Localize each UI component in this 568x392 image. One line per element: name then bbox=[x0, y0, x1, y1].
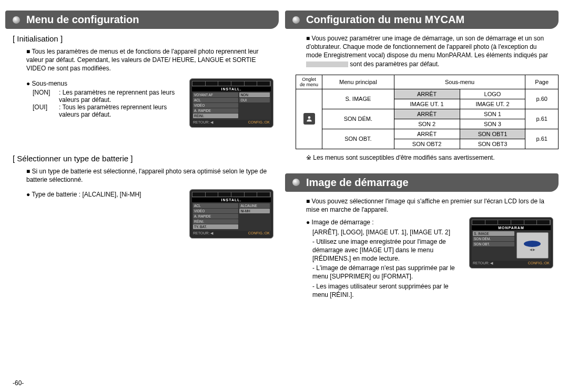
ribbon-config-menu: Menu de configuration bbox=[5, 11, 279, 29]
cam-item: ACL bbox=[193, 98, 238, 102]
td: IMAGE UT. 2 bbox=[460, 99, 525, 109]
camera-tab-icons bbox=[192, 81, 271, 86]
cam-title: INSTALL. bbox=[192, 198, 271, 202]
startimg-desc: Vous pouvez sélectionner l'image qui s'a… bbox=[306, 197, 553, 214]
td: SON 1 bbox=[460, 109, 525, 119]
mycam-menu-table: Onglet de menu Menu principal Sous-menu … bbox=[296, 75, 559, 149]
camera-tab-icons bbox=[192, 192, 271, 197]
cam-item: ACL bbox=[193, 203, 238, 208]
camera-screen-monparam: MONPARAM S. IMAGE SON DÉM. SON OBT. ◀ ▶ … bbox=[469, 217, 553, 269]
td: SON 2 bbox=[394, 119, 460, 129]
td-sonobt: SON OBT. bbox=[322, 129, 394, 149]
td: SON 3 bbox=[460, 119, 525, 129]
startimg-note3: - Les images utilisateur seront supprimé… bbox=[306, 282, 465, 299]
cam-item: A. RAPIDE bbox=[193, 108, 238, 113]
td: IMAGE UT. 1 bbox=[394, 99, 460, 109]
ribbon-mycam: Configuration du menu MYCAM bbox=[285, 11, 559, 29]
cam-item: SON DÉM. bbox=[473, 236, 514, 241]
td: LOGO bbox=[460, 89, 525, 99]
cam-val: NON bbox=[239, 92, 270, 97]
th-onglet: Onglet de menu bbox=[296, 75, 322, 89]
ribbon-startimage: Image de démarrage bbox=[285, 173, 559, 192]
td-simage: S. IMAGE bbox=[322, 89, 394, 109]
cam-item-selected: RÉINI. bbox=[193, 114, 238, 118]
battery-description: Si un type de batterie est sélectionné, … bbox=[26, 167, 273, 184]
startimg-note1: - Utilisez une image enregistrée pour l'… bbox=[306, 238, 465, 263]
td: SON OBT1 bbox=[460, 129, 525, 139]
option-oui-key: [OUI] bbox=[33, 104, 59, 118]
th-page: Page bbox=[525, 75, 559, 89]
camera-tab-icons bbox=[472, 220, 551, 225]
init-description: Tous les paramètres de menus et de fonct… bbox=[26, 47, 273, 73]
td-sondem: SON DÉM. bbox=[322, 109, 394, 129]
cam-foot-right: CONFIG.:OK bbox=[528, 261, 550, 265]
cam-val: OUI bbox=[239, 98, 270, 102]
cam-item: A. RAPIDE bbox=[193, 214, 238, 219]
cam-item: SON OBT. bbox=[473, 242, 514, 246]
cam-item: VIDÉO bbox=[193, 209, 238, 213]
svg-point-0 bbox=[308, 117, 310, 119]
battery-types: Type de batterie : [ALCALINE], [Ni-MH] bbox=[26, 190, 185, 199]
camera-screen-init: INSTALL. VOYANT AF ACL VIDÉO A. RAPIDE R… bbox=[189, 78, 273, 128]
mycam-intro: Vous pouvez paramétrer une image de déma… bbox=[306, 34, 553, 68]
page-number: -60- bbox=[13, 379, 24, 387]
td-page: p.60 bbox=[525, 89, 559, 109]
cam-val: ALCALINE bbox=[239, 203, 270, 208]
cam-item: VOYANT AF bbox=[193, 92, 238, 97]
menu-tab-icon-cell bbox=[296, 89, 322, 149]
cam-foot-right: CONFIG.:OK bbox=[248, 231, 270, 235]
svg-point-1 bbox=[524, 241, 541, 247]
person-icon bbox=[303, 113, 315, 125]
td: ARRÊT bbox=[394, 89, 460, 99]
cam-title: MONPARAM bbox=[472, 225, 551, 230]
cam-val: Ni-MH bbox=[239, 209, 270, 213]
cam-item: VIDÉO bbox=[193, 103, 238, 108]
left-column: Menu de configuration [ Initialisation ]… bbox=[5, 11, 279, 303]
sous-menus-label: Sous-menus bbox=[26, 79, 185, 88]
cam-foot-right: CONFIG.:OK bbox=[248, 120, 270, 125]
td: ARRÊT bbox=[394, 109, 460, 119]
option-oui-val: : Tous les paramètres reprennent leurs v… bbox=[59, 104, 185, 118]
td: SON OBT2 bbox=[394, 139, 460, 149]
th-sousmenu: Sous-menu bbox=[394, 75, 525, 89]
cam-item: RÉINI. bbox=[193, 219, 238, 224]
td: ARRÊT bbox=[394, 129, 460, 139]
section-initialisation-title: [ Initialisation ] bbox=[5, 32, 279, 45]
startimg-label: Image de démarrage : bbox=[306, 218, 465, 226]
option-non-val: : Les paramètres ne reprennent pas leurs… bbox=[59, 89, 185, 104]
cam-title: INSTALL. bbox=[192, 87, 271, 91]
cam-item-selected: S. IMAGE bbox=[473, 231, 514, 236]
startimg-note2: - L'image de démarrage n'est pas supprim… bbox=[306, 264, 465, 281]
td-page: p.61 bbox=[525, 129, 559, 149]
td: SON OBT3 bbox=[460, 139, 525, 149]
section-battery-title: [ Sélectionner un type de batterie ] bbox=[5, 152, 279, 165]
right-column: Configuration du menu MYCAM Vous pouvez … bbox=[285, 11, 559, 303]
startimg-options: [ARRÊT], [LOGO], [IMAGE UT. 1], [IMAGE U… bbox=[306, 228, 465, 236]
grey-default-chip bbox=[306, 61, 348, 67]
td-page: p.61 bbox=[525, 109, 559, 129]
cam-item-selected: TY. BAT. bbox=[193, 224, 238, 229]
samsung-logo-icon bbox=[523, 240, 541, 247]
cam-foot-left: RETOUR: ◀ bbox=[193, 231, 213, 235]
camera-screen-battery: INSTALL. ACL VIDÉO A. RAPIDE RÉINI. TY. … bbox=[189, 189, 273, 239]
th-principal: Menu principal bbox=[322, 75, 394, 89]
cam-foot-left: RETOUR: ◀ bbox=[473, 261, 493, 265]
option-non-key: [NON] bbox=[33, 89, 59, 104]
cam-foot-left: RETOUR: ◀ bbox=[193, 120, 213, 125]
menu-change-note: Les menus sont susceptibles d'être modif… bbox=[306, 153, 553, 162]
cam-preview-box: ◀ ▶ bbox=[516, 232, 549, 259]
